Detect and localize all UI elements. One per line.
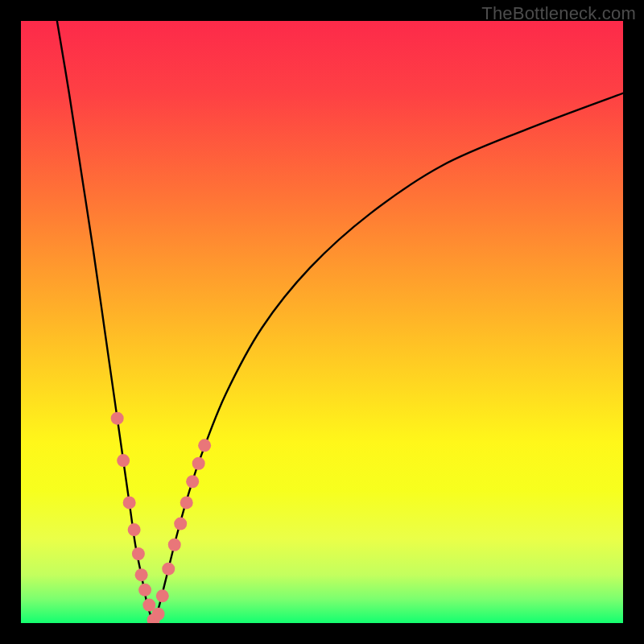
marker-dot xyxy=(198,439,211,452)
plot-area xyxy=(21,21,623,623)
watermark-text: TheBottleneck.com xyxy=(481,3,636,24)
marker-dot xyxy=(117,454,130,467)
marker-dot xyxy=(156,589,169,602)
marker-dot xyxy=(174,518,187,530)
marker-dot xyxy=(138,584,151,597)
marker-dot xyxy=(162,563,175,576)
marker-dot xyxy=(123,496,136,509)
marker-dot xyxy=(152,608,165,621)
chart-stage: TheBottleneck.com xyxy=(0,0,644,644)
marker-dot xyxy=(186,475,199,488)
marker-dot xyxy=(111,412,124,425)
marker-dots xyxy=(111,412,211,623)
marker-dot xyxy=(192,457,205,470)
marker-dot xyxy=(135,568,148,581)
curve-layer xyxy=(21,21,623,623)
marker-dot xyxy=(128,523,141,536)
curve-right-branch xyxy=(154,93,623,623)
marker-dot xyxy=(132,547,145,560)
marker-dot xyxy=(168,539,181,551)
marker-dot xyxy=(180,496,193,509)
